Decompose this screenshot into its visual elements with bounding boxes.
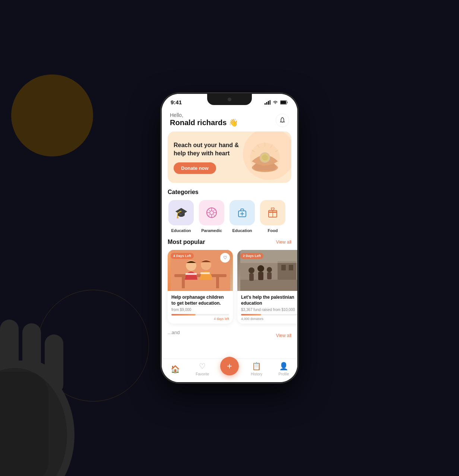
- cat-label-education-1: Education: [171, 228, 191, 233]
- cat-icon-food: [260, 200, 285, 225]
- bg-decorative-arc: [37, 290, 149, 402]
- card-orphanage-raised: from $9,000: [171, 308, 229, 312]
- svg-rect-48: [186, 273, 197, 275]
- status-icons: [265, 100, 288, 105]
- category-paramedic[interactable]: Paramedic: [198, 200, 225, 233]
- second-section-header: ...and View all: [162, 330, 297, 346]
- wifi-icon: [273, 100, 278, 104]
- card-orphanage[interactable]: 4 Days Left ♡ Help orphanage children to…: [168, 250, 233, 324]
- card-orphanage-badge: 4 Days Left: [171, 253, 194, 259]
- card-palestine-raised: $3,367 fund raised from $10,000: [241, 308, 297, 312]
- svg-point-27: [210, 211, 213, 215]
- card-palestine-badge: 2 Days Left: [240, 253, 263, 259]
- nav-favorite-label: Favorite: [196, 372, 209, 376]
- profile-icon: 👤: [279, 362, 288, 371]
- banner-title: Reach out your hand & help they with hea…: [174, 141, 244, 157]
- bell-button[interactable]: [276, 114, 289, 127]
- svg-rect-4: [0, 320, 19, 388]
- card-orphanage-progress-fill: [171, 314, 196, 315]
- status-time: 9:41: [171, 99, 182, 105]
- card-orphanage-title: Help orphanage children to get better ed…: [171, 295, 229, 306]
- bottom-nav: 🏠 ♡ Favorite + 📋 History 👤 Profile: [162, 358, 297, 382]
- popular-cards-row: 4 Days Left ♡ Help orphanage children to…: [162, 250, 297, 330]
- add-icon: +: [227, 361, 232, 371]
- favorite-icon: ♡: [199, 362, 206, 371]
- cat-icon-education-1: 🎓: [168, 200, 194, 225]
- svg-rect-10: [266, 102, 268, 105]
- nav-history-label: History: [251, 372, 262, 376]
- svg-rect-14: [281, 101, 286, 104]
- donate-button[interactable]: Donate now: [174, 162, 216, 174]
- second-section-view-all[interactable]: View all: [276, 333, 291, 338]
- nav-add-button[interactable]: +: [220, 357, 239, 375]
- svg-line-35: [208, 214, 210, 216]
- svg-rect-9: [265, 103, 266, 105]
- most-popular-header: Most popular View all: [162, 239, 297, 250]
- signal-icon: [265, 100, 270, 105]
- svg-rect-54: [240, 280, 298, 291]
- card-palestine-progress-fill: [241, 314, 261, 315]
- cat-label-paramedic: Paramedic: [201, 228, 222, 233]
- svg-rect-12: [270, 100, 271, 105]
- category-education-2[interactable]: Education: [229, 200, 256, 233]
- nav-profile[interactable]: 👤 Profile: [275, 362, 293, 376]
- header: Hello, Ronald richards 👋: [162, 108, 297, 131]
- hero-banner: Reach out your hand & help they with hea…: [168, 131, 291, 183]
- greeting-block: Hello, Ronald richards 👋: [170, 112, 238, 127]
- svg-rect-11: [268, 101, 269, 105]
- banner-content-left: Reach out your hand & help they with hea…: [174, 141, 244, 174]
- nav-history[interactable]: 📋 History: [247, 362, 266, 376]
- greeting-text: Hello,: [170, 112, 238, 118]
- card-palestine-title: Let's help the palestinian education: [241, 295, 297, 306]
- cat-label-food: Food: [268, 228, 278, 233]
- svg-rect-45: [216, 277, 219, 288]
- svg-line-33: [213, 214, 215, 216]
- category-education-1[interactable]: 🎓 Education: [168, 200, 194, 233]
- bell-icon: [279, 117, 286, 124]
- nav-favorite[interactable]: ♡ Favorite: [193, 362, 212, 376]
- svg-point-59: [267, 267, 272, 272]
- medical-bag-icon: [237, 207, 248, 218]
- camera: [228, 98, 231, 101]
- svg-line-32: [208, 209, 210, 211]
- phone-frame: 9:41: [161, 93, 298, 383]
- phone-notch: [207, 94, 252, 105]
- card-palestine-donators: 4,000 donators: [241, 317, 297, 321]
- card-palestine[interactable]: 2 Days Left Let's help the palestinian e…: [237, 250, 297, 324]
- card-orphanage-image: 4 Days Left ♡: [168, 250, 233, 291]
- app-content[interactable]: Hello, Ronald richards 👋 Reach out your …: [162, 108, 297, 358]
- cat-label-education-2: Education: [232, 228, 252, 233]
- cat-icon-paramedic: [199, 200, 224, 225]
- card-palestine-body: Let's help the palestinian education $3,…: [237, 291, 297, 324]
- svg-rect-49: [200, 272, 210, 274]
- user-name: Ronald richards 👋: [170, 118, 238, 127]
- card-palestine-progress-bar: [241, 314, 297, 315]
- card-orphanage-progress-bar: [171, 314, 229, 315]
- most-popular-title: Most popular: [168, 239, 205, 245]
- bg-decorative-circle: [11, 74, 93, 156]
- history-icon: 📋: [252, 362, 261, 371]
- categories-title: Categories: [162, 189, 297, 200]
- svg-point-55: [249, 267, 254, 273]
- svg-rect-52: [281, 265, 286, 270]
- svg-rect-58: [258, 272, 263, 280]
- svg-rect-60: [267, 272, 272, 279]
- nav-home[interactable]: 🏠: [166, 365, 184, 374]
- categories-row: 🎓 Education: [162, 200, 297, 239]
- card-orphanage-heart[interactable]: ♡: [220, 253, 230, 263]
- phone-screen: 9:41: [162, 94, 297, 382]
- second-section-text: ...and: [168, 330, 180, 341]
- battery-icon: [280, 100, 288, 105]
- card-palestine-image: 2 Days Left: [237, 250, 297, 291]
- card-orphanage-days: 4 days left: [214, 317, 229, 321]
- paramedic-svg-icon: [206, 207, 217, 218]
- svg-rect-56: [249, 273, 254, 281]
- category-food[interactable]: Food: [259, 200, 286, 233]
- svg-rect-8: [0, 372, 48, 476]
- card-orphanage-meta: 4 days left: [171, 317, 229, 321]
- nav-profile-label: Profile: [278, 372, 289, 376]
- most-popular-view-all[interactable]: View all: [276, 239, 291, 245]
- cat-icon-education-2: [230, 200, 255, 225]
- gift-box-icon: [267, 207, 278, 218]
- svg-point-57: [257, 265, 264, 272]
